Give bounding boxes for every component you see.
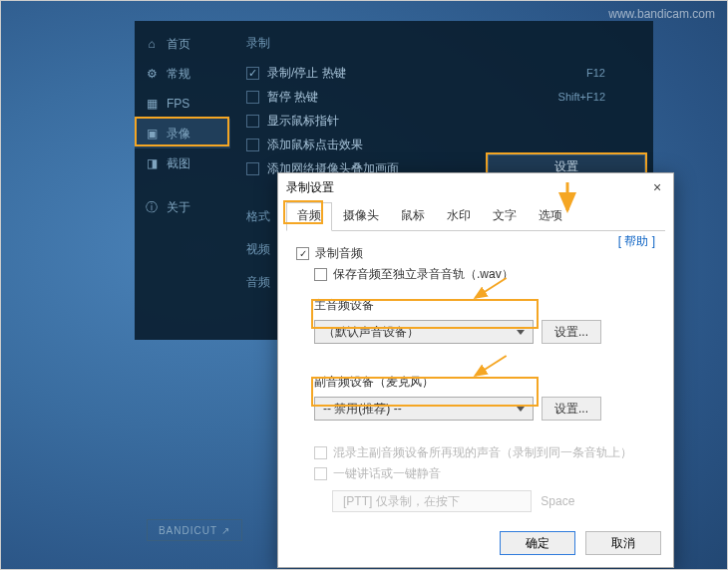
checkbox-icon[interactable] [246, 91, 259, 104]
sidebar-item-label: 关于 [167, 199, 190, 216]
tab-webcam[interactable]: 摄像头 [332, 202, 390, 231]
checkbox-label: 混录主副音频设备所再现的声音（录制到同一条音轨上） [333, 444, 632, 461]
dialog-title-bar: 录制设置 × [278, 173, 673, 201]
home-icon: ⌂ [145, 37, 159, 51]
checkbox-icon[interactable] [314, 268, 327, 281]
opt-pause-hotkey[interactable]: 暂停 热键 Shift+F12 [246, 86, 645, 108]
cancel-button[interactable]: 取消 [585, 531, 661, 555]
opt-show-cursor[interactable]: 显示鼠标指针 [246, 110, 645, 132]
primary-device-config-button[interactable]: 设置... [542, 320, 601, 344]
opt-record-hotkey[interactable]: 录制/停止 热键 F12 [246, 62, 645, 84]
checkbox-icon [314, 467, 327, 480]
watermark: www.bandicam.com [608, 7, 715, 21]
hotkey-value: F12 [586, 67, 605, 79]
ptt-key: Space [541, 494, 574, 508]
sidebar-item-label: 截图 [167, 155, 190, 172]
hotkey-value: Shift+F12 [558, 91, 605, 103]
fps-icon: ▦ [145, 97, 159, 111]
label-video: 视频 [246, 241, 270, 258]
bandicut-label: BANDICUT [159, 525, 217, 536]
ptt-field: [PTT] 仅录制，在按下 [332, 490, 532, 512]
record-audio-checkbox[interactable]: 录制音频 [296, 245, 655, 262]
left-labels: 格式 视频 音频 [246, 208, 270, 307]
checkbox-icon[interactable] [246, 162, 259, 175]
row-label: 显示鼠标指针 [267, 113, 339, 130]
external-link-icon: ↗ [221, 525, 230, 536]
ok-button[interactable]: 确定 [500, 531, 575, 555]
sidebar-item-label: 首页 [167, 36, 190, 53]
checkbox-icon[interactable] [246, 115, 259, 128]
sidebar-item-label: FPS [167, 97, 189, 111]
checkbox-label: 一键讲话或一键静音 [333, 465, 441, 482]
dialog-title: 录制设置 [286, 179, 334, 196]
checkbox-label: 录制音频 [315, 245, 363, 262]
section-heading: 录制 [246, 35, 645, 52]
sidebar-item-fps[interactable]: ▦ FPS [135, 89, 230, 119]
help-link[interactable]: [ 帮助 ] [618, 233, 655, 250]
sidebar-item-home[interactable]: ⌂ 首页 [135, 29, 230, 59]
checkbox-icon[interactable] [246, 67, 259, 80]
close-icon[interactable]: × [647, 177, 667, 197]
row-label: 添加鼠标点击效果 [267, 137, 363, 153]
row-label: 录制/停止 热键 [267, 65, 346, 82]
arrow-icon [470, 270, 510, 310]
label-audio: 音频 [246, 274, 270, 291]
checkbox-icon[interactable] [296, 247, 309, 260]
dialog-buttons: 确定 取消 [500, 531, 661, 555]
checkbox-icon [314, 446, 327, 459]
info-icon: ⓘ [145, 200, 159, 214]
tab-watermark[interactable]: 水印 [436, 202, 482, 231]
sidebar-item-screenshot[interactable]: ◨ 截图 [135, 148, 230, 178]
tab-text[interactable]: 文字 [482, 202, 528, 231]
highlight-sidebar-video [135, 117, 229, 146]
sidebar-item-about[interactable]: ⓘ 关于 [135, 192, 230, 222]
highlight-audio-tab [283, 200, 323, 224]
tab-bar: 音频 摄像头 鼠标 水印 文字 选项 [286, 201, 665, 231]
bandicut-button[interactable]: BANDICUT ↗ [147, 519, 242, 541]
sidebar-item-label: 常规 [167, 66, 190, 83]
secondary-device-config-button[interactable]: 设置... [542, 397, 601, 421]
camera-icon: ◨ [145, 156, 159, 170]
ptt-checkbox: 一键讲话或一键静音 [314, 465, 655, 482]
sidebar-item-general[interactable]: ⚙ 常规 [135, 59, 230, 89]
mix-checkbox: 混录主副音频设备所再现的声音（录制到同一条音轨上） [314, 444, 655, 461]
label-format: 格式 [246, 208, 270, 225]
gear-icon: ⚙ [145, 67, 159, 81]
sidebar: ⌂ 首页 ⚙ 常规 ▦ FPS ▣ 录像 ◨ 截图 ⓘ 关于 [135, 21, 230, 340]
checkbox-icon[interactable] [246, 139, 259, 151]
tab-mouse[interactable]: 鼠标 [390, 202, 436, 231]
arrow-icon [470, 348, 510, 388]
arrow-icon [547, 180, 587, 220]
row-label: 暂停 热键 [267, 89, 318, 106]
